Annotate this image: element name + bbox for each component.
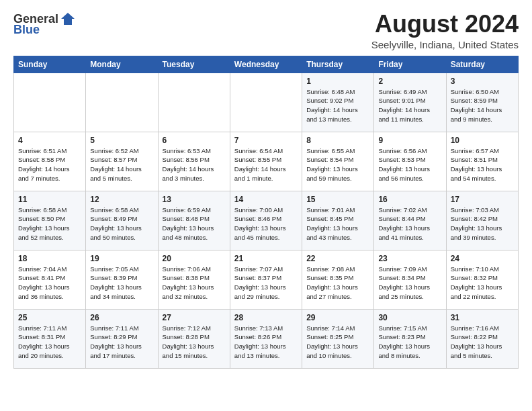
day-detail: Sunrise: 7:02 AM Sunset: 8:44 PM Dayligh… xyxy=(378,205,441,242)
calendar-cell: 20Sunrise: 7:06 AM Sunset: 8:38 PM Dayli… xyxy=(158,250,230,309)
calendar-cell: 18Sunrise: 7:04 AM Sunset: 8:41 PM Dayli… xyxy=(14,250,86,309)
day-number: 18 xyxy=(18,254,81,263)
calendar-cell: 26Sunrise: 7:11 AM Sunset: 8:29 PM Dayli… xyxy=(86,309,158,368)
location-text: Seelyville, Indiana, United States xyxy=(371,39,519,50)
day-number: 20 xyxy=(163,254,226,263)
calendar-cell: 19Sunrise: 7:05 AM Sunset: 8:39 PM Dayli… xyxy=(86,250,158,309)
day-detail: Sunrise: 7:16 AM Sunset: 8:22 PM Dayligh… xyxy=(451,324,514,361)
calendar-cell: 8Sunrise: 6:55 AM Sunset: 8:54 PM Daylig… xyxy=(302,132,374,191)
day-detail: Sunrise: 7:03 AM Sunset: 8:42 PM Dayligh… xyxy=(451,205,514,242)
calendar-cell: 2Sunrise: 6:49 AM Sunset: 9:01 PM Daylig… xyxy=(374,73,446,132)
calendar-cell: 25Sunrise: 7:11 AM Sunset: 8:31 PM Dayli… xyxy=(14,309,86,368)
day-detail: Sunrise: 7:04 AM Sunset: 8:41 PM Dayligh… xyxy=(18,265,81,302)
day-detail: Sunrise: 7:05 AM Sunset: 8:39 PM Dayligh… xyxy=(90,265,153,302)
day-number: 16 xyxy=(378,195,441,204)
day-detail: Sunrise: 6:57 AM Sunset: 8:51 PM Dayligh… xyxy=(451,146,514,183)
calendar-week-row: 11Sunrise: 6:58 AM Sunset: 8:50 PM Dayli… xyxy=(14,191,519,250)
day-detail: Sunrise: 7:12 AM Sunset: 8:28 PM Dayligh… xyxy=(163,324,226,361)
day-number: 2 xyxy=(378,77,441,86)
day-number: 14 xyxy=(234,195,298,204)
day-number: 10 xyxy=(451,136,514,145)
col-header-thursday: Thursday xyxy=(302,56,374,73)
month-title: August 2024 xyxy=(371,11,519,38)
calendar-cell: 28Sunrise: 7:13 AM Sunset: 8:26 PM Dayli… xyxy=(230,309,302,368)
day-number: 19 xyxy=(90,254,153,263)
col-header-monday: Monday xyxy=(86,56,158,73)
calendar-cell: 24Sunrise: 7:10 AM Sunset: 8:32 PM Dayli… xyxy=(446,250,518,309)
day-number: 9 xyxy=(378,136,441,145)
calendar-cell: 23Sunrise: 7:09 AM Sunset: 8:34 PM Dayli… xyxy=(374,250,446,309)
day-number: 29 xyxy=(306,313,369,322)
calendar-cell: 13Sunrise: 6:59 AM Sunset: 8:48 PM Dayli… xyxy=(158,191,230,250)
calendar-cell: 29Sunrise: 7:14 AM Sunset: 8:25 PM Dayli… xyxy=(302,309,374,368)
calendar-cell: 31Sunrise: 7:16 AM Sunset: 8:22 PM Dayli… xyxy=(446,309,518,368)
day-number: 17 xyxy=(451,195,514,204)
calendar-cell: 1Sunrise: 6:48 AM Sunset: 9:02 PM Daylig… xyxy=(302,73,374,132)
day-number: 27 xyxy=(163,313,226,322)
day-detail: Sunrise: 6:56 AM Sunset: 8:53 PM Dayligh… xyxy=(378,146,441,183)
col-header-wednesday: Wednesday xyxy=(230,56,302,73)
day-number: 4 xyxy=(18,136,81,145)
calendar-header-row: SundayMondayTuesdayWednesdayThursdayFrid… xyxy=(14,56,519,73)
calendar-cell: 9Sunrise: 6:56 AM Sunset: 8:53 PM Daylig… xyxy=(374,132,446,191)
calendar-cell: 22Sunrise: 7:08 AM Sunset: 8:35 PM Dayli… xyxy=(302,250,374,309)
day-detail: Sunrise: 7:01 AM Sunset: 8:45 PM Dayligh… xyxy=(306,205,369,242)
calendar-week-row: 18Sunrise: 7:04 AM Sunset: 8:41 PM Dayli… xyxy=(14,250,519,309)
calendar-cell: 11Sunrise: 6:58 AM Sunset: 8:50 PM Dayli… xyxy=(14,191,86,250)
svg-marker-0 xyxy=(61,13,75,25)
calendar-cell: 12Sunrise: 6:58 AM Sunset: 8:49 PM Dayli… xyxy=(86,191,158,250)
day-detail: Sunrise: 7:07 AM Sunset: 8:37 PM Dayligh… xyxy=(234,265,298,302)
day-detail: Sunrise: 6:52 AM Sunset: 8:57 PM Dayligh… xyxy=(90,146,153,183)
col-header-saturday: Saturday xyxy=(446,56,518,73)
day-detail: Sunrise: 7:15 AM Sunset: 8:23 PM Dayligh… xyxy=(378,324,441,361)
calendar-cell: 5Sunrise: 6:52 AM Sunset: 8:57 PM Daylig… xyxy=(86,132,158,191)
day-number: 6 xyxy=(163,136,226,145)
logo-icon xyxy=(60,11,76,27)
calendar-cell: 14Sunrise: 7:00 AM Sunset: 8:46 PM Dayli… xyxy=(230,191,302,250)
day-number: 5 xyxy=(90,136,153,145)
calendar-cell: 4Sunrise: 6:51 AM Sunset: 8:58 PM Daylig… xyxy=(14,132,86,191)
calendar-cell xyxy=(86,73,158,132)
day-number: 24 xyxy=(451,254,514,263)
col-header-sunday: Sunday xyxy=(14,56,86,73)
page-header: General Blue August 2024 Seelyville, Ind… xyxy=(13,11,519,50)
calendar-week-row: 25Sunrise: 7:11 AM Sunset: 8:31 PM Dayli… xyxy=(14,309,519,368)
day-detail: Sunrise: 7:13 AM Sunset: 8:26 PM Dayligh… xyxy=(234,324,298,361)
day-detail: Sunrise: 7:10 AM Sunset: 8:32 PM Dayligh… xyxy=(451,265,514,302)
calendar-body: 1Sunrise: 6:48 AM Sunset: 9:02 PM Daylig… xyxy=(14,73,519,368)
logo-blue-text: Blue xyxy=(13,23,40,37)
day-number: 28 xyxy=(234,313,298,322)
day-detail: Sunrise: 6:58 AM Sunset: 8:50 PM Dayligh… xyxy=(18,205,81,242)
day-detail: Sunrise: 6:59 AM Sunset: 8:48 PM Dayligh… xyxy=(163,205,226,242)
calendar-cell: 15Sunrise: 7:01 AM Sunset: 8:45 PM Dayli… xyxy=(302,191,374,250)
day-number: 25 xyxy=(18,313,81,322)
calendar-cell: 30Sunrise: 7:15 AM Sunset: 8:23 PM Dayli… xyxy=(374,309,446,368)
calendar-cell: 27Sunrise: 7:12 AM Sunset: 8:28 PM Dayli… xyxy=(158,309,230,368)
day-detail: Sunrise: 6:50 AM Sunset: 8:59 PM Dayligh… xyxy=(451,87,514,124)
calendar-week-row: 1Sunrise: 6:48 AM Sunset: 9:02 PM Daylig… xyxy=(14,73,519,132)
day-detail: Sunrise: 6:49 AM Sunset: 9:01 PM Dayligh… xyxy=(378,87,441,124)
day-detail: Sunrise: 6:48 AM Sunset: 9:02 PM Dayligh… xyxy=(306,87,369,124)
day-detail: Sunrise: 7:11 AM Sunset: 8:29 PM Dayligh… xyxy=(90,324,153,361)
calendar-cell: 21Sunrise: 7:07 AM Sunset: 8:37 PM Dayli… xyxy=(230,250,302,309)
day-detail: Sunrise: 7:14 AM Sunset: 8:25 PM Dayligh… xyxy=(306,324,369,361)
col-header-tuesday: Tuesday xyxy=(158,56,230,73)
calendar-cell: 16Sunrise: 7:02 AM Sunset: 8:44 PM Dayli… xyxy=(374,191,446,250)
day-detail: Sunrise: 6:51 AM Sunset: 8:58 PM Dayligh… xyxy=(18,146,81,183)
day-number: 15 xyxy=(306,195,369,204)
day-detail: Sunrise: 6:53 AM Sunset: 8:56 PM Dayligh… xyxy=(163,146,226,183)
day-number: 1 xyxy=(306,77,369,86)
day-number: 31 xyxy=(451,313,514,322)
logo: General Blue xyxy=(13,11,76,37)
calendar-week-row: 4Sunrise: 6:51 AM Sunset: 8:58 PM Daylig… xyxy=(14,132,519,191)
calendar-cell xyxy=(158,73,230,132)
day-detail: Sunrise: 7:09 AM Sunset: 8:34 PM Dayligh… xyxy=(378,265,441,302)
calendar-cell: 17Sunrise: 7:03 AM Sunset: 8:42 PM Dayli… xyxy=(446,191,518,250)
day-detail: Sunrise: 6:58 AM Sunset: 8:49 PM Dayligh… xyxy=(90,205,153,242)
day-number: 3 xyxy=(451,77,514,86)
day-detail: Sunrise: 6:55 AM Sunset: 8:54 PM Dayligh… xyxy=(306,146,369,183)
day-number: 7 xyxy=(234,136,298,145)
day-detail: Sunrise: 7:06 AM Sunset: 8:38 PM Dayligh… xyxy=(163,265,226,302)
calendar-cell xyxy=(230,73,302,132)
calendar-table: SundayMondayTuesdayWednesdayThursdayFrid… xyxy=(13,56,519,369)
